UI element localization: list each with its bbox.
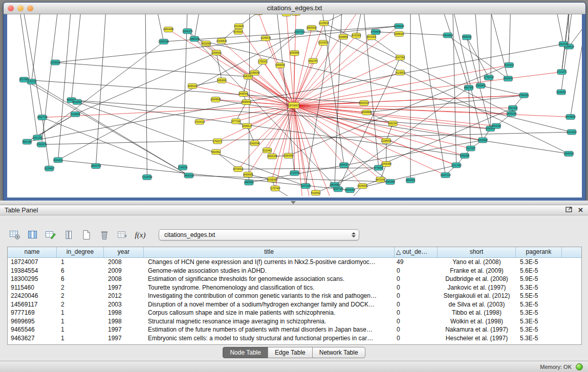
table-cell-title[interactable]: Corpus callosum shape and size in male p… <box>144 309 395 317</box>
table-cell-short[interactable]: Hescheler et al. (1997) <box>438 334 516 343</box>
table-cell-title[interactable]: Embryonic stem cells: a model to study s… <box>144 334 395 343</box>
graph-node[interactable]: 9777169 <box>231 119 241 124</box>
graph-node[interactable]: 9087089 <box>291 14 300 15</box>
edit-table-icon[interactable] <box>44 229 57 241</box>
table-cell-year[interactable]: 2009 <box>104 267 144 275</box>
graph-node[interactable]: 11725761 <box>290 170 300 176</box>
graph-node[interactable]: 1650966 <box>290 51 299 56</box>
table-cell-in_degree[interactable]: 1 <box>57 309 104 317</box>
table-cell-year[interactable]: 1997 <box>104 325 144 334</box>
table-cell-pagerank[interactable]: 5.3E-5 <box>516 334 562 343</box>
graph-node[interactable]: 9078397 <box>234 29 243 34</box>
table-cell-out_degree[interactable]: 0 <box>395 275 438 283</box>
graph-node[interactable]: 17239764 <box>142 174 153 180</box>
table-cell-name[interactable]: 9777169 <box>8 309 57 317</box>
float-panel-icon[interactable] <box>565 206 573 214</box>
graph-node[interactable]: 9699695 <box>242 100 251 105</box>
graph-node[interactable]: 17634114 <box>194 119 205 124</box>
graph-node[interactable]: 21640378 <box>182 29 193 34</box>
graph-node[interactable]: 9381988 <box>386 179 395 184</box>
table-row[interactable]: 1830029562008Estimation of significance … <box>8 275 581 283</box>
graph-node[interactable]: 8409249 <box>462 35 471 40</box>
table-row[interactable]: 911546021997Tourette syndrome. Phenomeno… <box>8 283 581 292</box>
table-cell-title[interactable]: Structural magnetic resonance image aver… <box>144 317 395 326</box>
table-row[interactable]: 1872400712008Changes of HCN gene express… <box>8 258 581 267</box>
table-cell-out_degree[interactable]: 0 <box>395 334 438 343</box>
graph-node[interactable]: 18505935 <box>307 26 317 31</box>
table-cell-year[interactable]: 2008 <box>104 275 144 283</box>
graph-node[interactable]: 4119502 <box>396 70 405 75</box>
graph-node[interactable]: 2017962 <box>19 77 29 82</box>
delete-table-icon[interactable] <box>98 229 111 241</box>
graph-node[interactable]: 5416562 <box>311 190 320 195</box>
graph-node[interactable]: 16536987 <box>477 138 488 143</box>
new-column-icon[interactable] <box>80 229 93 241</box>
table-cell-pagerank[interactable]: 5.3E-5 <box>516 283 562 292</box>
column-header-title[interactable]: title <box>144 247 395 257</box>
graph-node[interactable]: 18026311 <box>359 100 369 105</box>
graph-node[interactable]: 14644866 <box>443 33 453 38</box>
table-cell-short[interactable]: Nakamura et al. (1997) <box>438 325 516 334</box>
table-cell-pagerank[interactable]: 5.3E-5 <box>516 317 562 326</box>
column-header-pagerank[interactable]: pagerank <box>516 247 562 257</box>
graph-node[interactable]: 8541386 <box>23 139 32 144</box>
graph-node[interactable]: 4932787 <box>309 58 318 63</box>
graph-node[interactable]: 10908686 <box>361 110 372 115</box>
network-window-titlebar[interactable]: citations_edges.txt <box>4 3 585 14</box>
graph-node[interactable]: 2361638 <box>508 105 517 111</box>
table-row[interactable]: 946362711997Embryonic stem cells: a mode… <box>8 334 581 343</box>
table-cell-out_degree[interactable]: 0 <box>395 292 438 300</box>
table-cell-title[interactable]: Genome-wide association studies in ADHD. <box>144 267 395 275</box>
graph-node[interactable]: 6001831 <box>54 158 63 163</box>
graph-node[interactable]: 9115460 <box>263 148 272 153</box>
graph-node[interactable]: 2792671 <box>213 139 222 144</box>
graph-node[interactable]: 12856684 <box>394 24 404 29</box>
table-cell-title[interactable]: Estimation of significance thresholds fo… <box>144 275 395 283</box>
graph-node[interactable]: 17494649 <box>371 29 381 34</box>
graph-node[interactable]: 8607005 <box>464 85 473 90</box>
graph-node[interactable]: 22589391 <box>211 50 222 55</box>
graph-node[interactable]: 13649302 <box>563 151 574 156</box>
table-cell-title[interactable]: Changes of HCN gene expression and I(f) … <box>144 258 395 267</box>
table-cell-pagerank[interactable]: 5.3E-5 <box>516 300 562 309</box>
graph-node[interactable]: 18300295 <box>267 154 278 159</box>
graph-node[interactable]: 23649645 <box>210 97 221 102</box>
graph-node[interactable]: 11797497 <box>270 186 281 191</box>
graph-node[interactable]: 22285092 <box>381 138 392 143</box>
graph-node[interactable]: 1756910 <box>258 59 267 64</box>
graph-node[interactable]: 16496665 <box>243 172 253 177</box>
graph-node[interactable]: 16543758 <box>91 163 101 168</box>
graph-node[interactable]: 18726912 <box>233 167 244 172</box>
graph-node[interactable]: 14569117 <box>242 123 253 128</box>
graph-node[interactable]: 23436825 <box>216 38 227 43</box>
table-cell-short[interactable]: Franke et al. (2009) <box>438 267 516 275</box>
table-cell-year[interactable]: 2008 <box>104 258 144 267</box>
graph-node[interactable]: 17131371 <box>556 70 567 75</box>
graph-node[interactable]: 9151532 <box>505 62 514 68</box>
table-cell-out_degree[interactable]: 0 <box>395 317 438 326</box>
show-columns-icon[interactable] <box>26 229 39 241</box>
graph-node[interactable]: 15143150 <box>318 40 329 46</box>
table-cell-title[interactable]: Disruption of a novel member of a sodium… <box>144 300 395 309</box>
graph-node[interactable]: 12886301 <box>394 31 405 36</box>
table-cell-year[interactable]: 1997 <box>104 283 144 292</box>
table-cell-in_degree[interactable]: 6 <box>57 275 104 283</box>
graph-node[interactable]: 2664167 <box>339 163 349 168</box>
table-cell-in_degree[interactable]: 6 <box>57 267 104 275</box>
graph-node[interactable]: 6301390 <box>33 135 42 140</box>
table-cell-short[interactable]: Jankovic et al. (1997) <box>438 283 516 292</box>
table-cell-year[interactable]: 1998 <box>104 317 144 326</box>
graph-node[interactable]: 2144218 <box>178 165 187 170</box>
table-dropdown[interactable]: citations_edges.txt <box>159 229 359 240</box>
table-cell-name[interactable]: 22420046 <box>8 292 57 300</box>
column-header-name[interactable]: name <box>8 247 57 257</box>
close-panel-icon[interactable]: ✕ <box>578 207 583 213</box>
graph-node[interactable]: 15828691 <box>475 83 486 88</box>
table-cell-pagerank[interactable]: 5.5E-5 <box>516 292 562 300</box>
graph-node[interactable]: 13880159 <box>189 36 200 41</box>
table-cell-in_degree[interactable]: 2 <box>57 292 104 300</box>
graph-node[interactable]: 23850348 <box>159 39 169 44</box>
table-cell-pagerank[interactable]: 5.3E-5 <box>516 325 562 334</box>
graph-node[interactable]: 9650696 <box>217 78 226 83</box>
table-cell-name[interactable]: 14569117 <box>8 300 57 309</box>
